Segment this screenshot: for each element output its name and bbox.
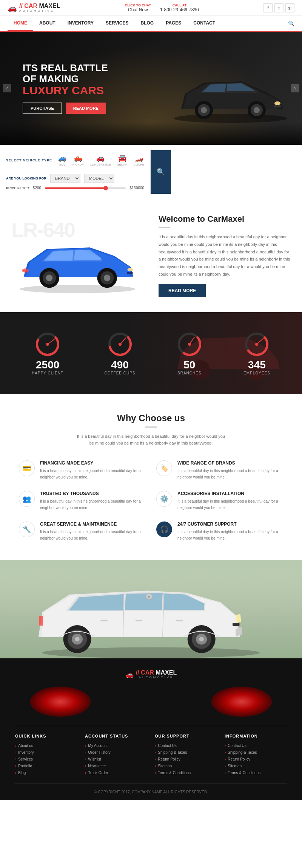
footer-info-contactus[interactable]: › Contact Us (225, 744, 287, 748)
nav-link-inventory[interactable]: INVENTORY (62, 16, 100, 31)
accessories-desc: It is a beautiful day in this neighborho… (177, 498, 283, 511)
footer-copyright: © COPYRIGHT 2017, COMPANY NAME ALL RIGHT… (15, 784, 287, 794)
footer-info-shipping[interactable]: › Shipping & Taxes (225, 750, 287, 755)
footer-link-blog[interactable]: › Blog (15, 771, 77, 775)
svg-point-28 (119, 343, 122, 346)
click-to-chat[interactable]: CLICK TO CHAT Chat Now (125, 3, 151, 12)
svg-point-16 (127, 268, 133, 271)
svg-point-9 (20, 285, 135, 293)
vehicle-type-pickup[interactable]: 🛻 PICKUP (72, 154, 84, 166)
hero-line3: LUXURY CARS (23, 84, 108, 97)
footer-link-shipping[interactable]: › Shipping & Taxes (155, 750, 217, 755)
purchase-button[interactable]: PURCHASE (23, 103, 62, 114)
why-divider (145, 426, 157, 428)
footer-quick-links: QUICK LINKS › About us › Inventory › Ser… (15, 734, 77, 778)
footer-info-title: INFORMATION (225, 734, 287, 738)
facebook-icon[interactable]: f (263, 3, 273, 12)
svg-point-0 (174, 114, 287, 123)
svg-rect-49 (39, 616, 43, 626)
footer-taillights (15, 687, 287, 717)
svg-rect-8 (274, 105, 281, 107)
twitter-icon[interactable]: t (274, 3, 284, 12)
stat-number-employees: 345 (248, 359, 266, 371)
footer-link-portfolio[interactable]: › Portfolio (15, 764, 77, 768)
vehicle-type-suv[interactable]: 🚙 SUV (58, 154, 66, 166)
footer-account-status: ACCOUNT STATUS › My Account › Order Hist… (85, 734, 147, 778)
why-description: It is a beautiful day in this neighborho… (76, 433, 226, 447)
logo-icon: 🚗 (8, 3, 17, 12)
nav-link-about[interactable]: ABOUT (33, 16, 62, 31)
stat-branches: 50 BRANCHES (176, 331, 203, 375)
service-desc: It is a beautiful day in this neighborho… (40, 529, 146, 541)
footer-link-orderhistory[interactable]: › Order History (85, 750, 147, 755)
nav-search-icon[interactable]: 🔍 (288, 20, 294, 26)
footer: 🚗 // CAR MAXEL AUTOMOTIVE QUICK LINKS › … (0, 658, 302, 800)
brand-select[interactable]: BRAND (50, 174, 80, 183)
stat-number-coffee-cups: 490 (111, 359, 129, 371)
googleplus-icon[interactable]: g+ (285, 3, 294, 12)
footer-link-sitemap[interactable]: › Sitemap (155, 764, 217, 768)
financing-icon: 💳 (19, 460, 35, 476)
looking-for-label: ARE YOU LOOKING FOR (6, 176, 46, 180)
vehicle-type-sedan[interactable]: 🚘 SEDAN (117, 154, 128, 166)
footer-link-returnpolicy[interactable]: › Return Policy (155, 757, 217, 761)
footer-info-terms[interactable]: › Terms & Conditions (225, 771, 287, 775)
welcome-section: LR-640 Welcome to CarMaxel (0, 199, 302, 312)
header: 🚗 // CAR MAXEL AUTOMOTIVE CLICK TO CHAT … (0, 0, 302, 16)
footer-account-title: ACCOUNT STATUS (85, 734, 147, 738)
svg-point-6 (254, 107, 260, 113)
gauge-employees (243, 331, 270, 357)
footer-link-newsletter[interactable]: › Newsletter (85, 764, 147, 768)
stat-label-employees: EMPLOYEES (243, 371, 270, 375)
search-submit-button[interactable]: 🔍 (151, 150, 171, 194)
call-at: CALL AT 1-800-23-466-7890 (160, 3, 199, 12)
feature-trusted: 👥 TRUSTED BY THOUSANDS It is a beautiful… (19, 491, 146, 511)
feature-support: 🎧 24/7 CUSTOMER SUPPORT It is a beautifu… (156, 521, 283, 541)
footer-info-sitemap[interactable]: › Sitemap (225, 764, 287, 768)
nav-link-blog[interactable]: BLOG (135, 16, 160, 31)
stat-employees: 345 EMPLOYEES (243, 331, 270, 375)
welcome-readmore-button[interactable]: READ MORE (159, 284, 206, 297)
vehicle-type-convertible[interactable]: 🚗 CONVERTIBLE (90, 154, 111, 166)
feature-financing: 💳 FINANCING MADE EASY It is a beautiful … (19, 460, 146, 480)
svg-point-3 (201, 107, 207, 113)
footer-link-terms[interactable]: › Terms & Conditions (155, 771, 217, 775)
nav-link-pages[interactable]: PAGES (160, 16, 187, 31)
footer-link-myaccount[interactable]: › My Account (85, 744, 147, 748)
feature-accessories: ⚙️ ACCESSORIES INSTALLATION It is a beau… (156, 491, 283, 511)
stats-section: 2500 HAPPY CLIENT 490 COFFEE CUPS 50 BRA… (0, 312, 302, 394)
nav-link-contact[interactable]: CONTACT (187, 16, 221, 31)
hero-content: ITS REAL BATTLE OF MAKING LUXURY CARS PU… (0, 55, 131, 121)
read-more-button[interactable]: READ MORE (66, 103, 106, 114)
features-grid: 💳 FINANCING MADE EASY It is a beautiful … (19, 460, 283, 541)
footer-link-wishlist[interactable]: › Wishlist (85, 757, 147, 761)
service-icon: 🔧 (19, 521, 35, 537)
hero-arrow-left[interactable]: ‹ (3, 84, 11, 92)
footer-info-returnpolicy[interactable]: › Return Policy (225, 757, 287, 761)
footer-our-support: OUR SUPPORT › Contact Us › Shipping & Ta… (155, 734, 217, 778)
footer-logo-title: // CAR MAXEL (136, 670, 177, 676)
logo: 🚗 // CAR MAXEL AUTOMOTIVE (8, 3, 60, 12)
vehicle-type-coupe[interactable]: 🏎️ COUPE (134, 154, 144, 166)
footer-link-trackorder[interactable]: › Track Order (85, 771, 147, 775)
footer-link-services[interactable]: › Services (15, 757, 77, 761)
model-select[interactable]: MODEL (84, 174, 114, 183)
hero-arrow-right[interactable]: › (291, 84, 299, 92)
nav-link-home[interactable]: HOME (8, 16, 33, 31)
nav-link-services[interactable]: SERVICES (100, 16, 134, 31)
price-min: $200 (33, 186, 41, 190)
feature-service: 🔧 GREAT SERVICE & MAINTAINENCE It is a b… (19, 521, 146, 541)
svg-point-12 (46, 275, 53, 282)
footer-link-inventory[interactable]: › Inventory (15, 750, 77, 755)
vehicle-types-row: 🚙 SUV 🛻 PICKUP 🚗 CONVERTIBLE 🚘 SEDAN 🏎️ (58, 154, 144, 166)
footer-link-aboutus[interactable]: › About us (15, 744, 77, 748)
svg-text:A: A (148, 595, 151, 599)
svg-rect-48 (233, 623, 240, 626)
welcome-car-area: LR-640 (11, 214, 143, 297)
trusted-desc: It is a beautiful day in this neighborho… (40, 498, 146, 511)
stat-number-branches: 50 (183, 359, 195, 371)
svg-point-24 (46, 343, 49, 346)
stat-label-happy-client: HAPPY CLIENT (32, 371, 63, 375)
footer-link-contactus[interactable]: › Contact Us (155, 744, 217, 748)
hero-line1: ITS REAL BATTLE (23, 63, 108, 74)
